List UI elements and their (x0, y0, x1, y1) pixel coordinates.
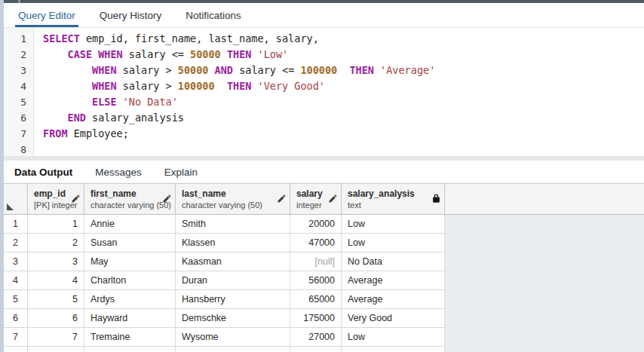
cell-empty (342, 347, 445, 352)
cell-first-name[interactable]: Charlton (84, 271, 176, 290)
line-number: 1 (4, 31, 33, 47)
pencil-edit-icon (328, 194, 338, 204)
pencil-edit-icon (71, 194, 81, 204)
cell-salary-analysis[interactable]: Low (342, 234, 445, 253)
column-header-last-name[interactable]: last_namecharacter varying (50) (176, 184, 290, 215)
cell-emp-id[interactable]: 4 (28, 271, 84, 290)
cell-first-name[interactable]: Annie (84, 215, 176, 234)
cell-salary-analysis[interactable]: Low (342, 328, 445, 347)
row-number[interactable]: 5 (4, 290, 28, 309)
row-number[interactable]: 3 (4, 253, 28, 271)
cell-last-name[interactable]: Hansberry (176, 290, 290, 309)
tab-messages[interactable]: Messages (95, 167, 142, 178)
column-header-salary[interactable]: salaryinteger (290, 184, 342, 215)
token-pl (215, 80, 227, 92)
code-line: ELSE 'No Data' (43, 94, 644, 110)
cell-salary-analysis[interactable]: Very Good (342, 309, 445, 328)
cell-salary[interactable]: 175000 (290, 309, 342, 328)
cell-salary-analysis[interactable]: Average (342, 290, 445, 309)
tab-notifications[interactable]: Notifications (182, 3, 244, 27)
token-num: 50000 (190, 48, 221, 60)
cell-first-name[interactable]: Hayward (84, 309, 176, 328)
line-number: 6 (4, 110, 33, 126)
query-tool-window: Query EditorQuery HistoryNotifications 1… (0, 0, 644, 352)
cell-salary-analysis[interactable]: Average (342, 271, 445, 290)
cell-last-name[interactable]: Wysome (176, 328, 290, 347)
code-line: WHEN salary > 100000 THEN 'Very Good' (43, 78, 644, 94)
token-kw: FROM (43, 127, 68, 139)
sql-editor: 12345678 SELECT emp_id, first_name, last… (4, 28, 644, 156)
token-pl: salary <= (233, 64, 300, 76)
cell-emp-id[interactable]: 7 (28, 328, 84, 347)
row-number[interactable]: 2 (4, 234, 28, 253)
token-pl (251, 80, 257, 92)
token-kw: AND (215, 64, 233, 76)
cell-salary[interactable]: 27000 (290, 328, 342, 347)
cell-first-name[interactable]: Tremaine (84, 328, 176, 347)
cell-last-name[interactable]: Demschke (176, 309, 290, 328)
row-number[interactable]: 6 (4, 309, 28, 328)
cell-last-name[interactable]: Smith (176, 215, 290, 234)
cell-emp-id[interactable]: 2 (28, 234, 84, 253)
tab-query-history[interactable]: Query History (97, 3, 165, 27)
token-pl (374, 64, 380, 76)
cell-salary-analysis[interactable]: No Data (342, 253, 445, 271)
token-num: 100000 (178, 80, 215, 92)
toolbar-edge (4, 0, 644, 3)
pencil-edit-icon (162, 194, 172, 204)
cell-last-name[interactable]: Klassen (176, 234, 290, 253)
tab-data-output[interactable]: Data Output (14, 167, 72, 178)
cell-salary[interactable]: 47000 (290, 234, 342, 253)
cell-empty (28, 347, 84, 352)
token-pl (43, 112, 68, 124)
token-kw: WHEN (98, 48, 123, 60)
cell-emp-id[interactable]: 5 (28, 290, 84, 309)
table-row: 77TremaineWysome27000Low (4, 328, 644, 347)
cell-salary[interactable]: 56000 (290, 271, 342, 290)
line-number: 3 (4, 63, 33, 78)
column-name: emp_id (34, 188, 70, 200)
table-row: 66HaywardDemschke175000Very Good (4, 309, 644, 328)
code-line: WHEN salary > 50000 AND salary <= 100000… (43, 63, 644, 78)
token-str: 'No Data' (123, 96, 178, 108)
token-pl: salary <= (123, 48, 190, 60)
column-type: text (348, 200, 431, 211)
cell-first-name[interactable]: May (84, 253, 176, 271)
column-header-emp-id[interactable]: emp_id[PK] integer (28, 184, 84, 215)
cell-salary[interactable]: 20000 (290, 215, 342, 234)
column-header-salary-analysis[interactable]: salary_analysistext (342, 184, 445, 215)
tab-query-editor[interactable]: Query Editor (15, 3, 78, 27)
tab-explain[interactable]: Explain (164, 167, 198, 178)
token-pl (337, 64, 349, 76)
token-kw: THEN (227, 48, 252, 60)
cell-salary[interactable]: [null] (290, 253, 342, 271)
row-number[interactable]: 1 (4, 215, 28, 234)
lock-icon (431, 194, 441, 204)
cell-salary[interactable]: 65000 (290, 290, 342, 309)
cell-emp-id[interactable]: 1 (28, 215, 84, 234)
cell-last-name[interactable]: Duran (176, 271, 290, 290)
table-row: 22SusanKlassen47000Low (4, 234, 644, 253)
code-line (43, 142, 644, 156)
select-all-corner[interactable] (4, 184, 28, 215)
column-name: last_name (182, 188, 276, 200)
token-kw: THEN (227, 80, 252, 92)
row-number[interactable]: 7 (4, 328, 28, 347)
cell-emp-id[interactable]: 3 (28, 253, 84, 271)
token-kw: WHEN (92, 64, 117, 76)
column-header-first-name[interactable]: first_namecharacter varying (50) (84, 184, 176, 215)
token-pl (43, 80, 92, 92)
select-all-triangle-icon (7, 204, 14, 210)
cell-first-name[interactable]: Ardys (84, 290, 176, 309)
token-str: 'Very Good' (258, 80, 325, 92)
header-filler (445, 184, 644, 215)
cell-first-name[interactable]: Susan (84, 234, 176, 253)
cell-last-name[interactable]: Kaasman (176, 253, 290, 271)
code-line: END salary_analysis (43, 110, 644, 126)
sql-code-area[interactable]: SELECT emp_id, first_name, last_name, sa… (34, 28, 644, 156)
row-number[interactable]: 4 (4, 271, 28, 290)
code-line: SELECT emp_id, first_name, last_name, sa… (43, 31, 644, 47)
cell-emp-id[interactable]: 6 (28, 309, 84, 328)
table-row: 55ArdysHansberry65000Average (4, 290, 644, 309)
cell-salary-analysis[interactable]: Low (342, 215, 445, 234)
